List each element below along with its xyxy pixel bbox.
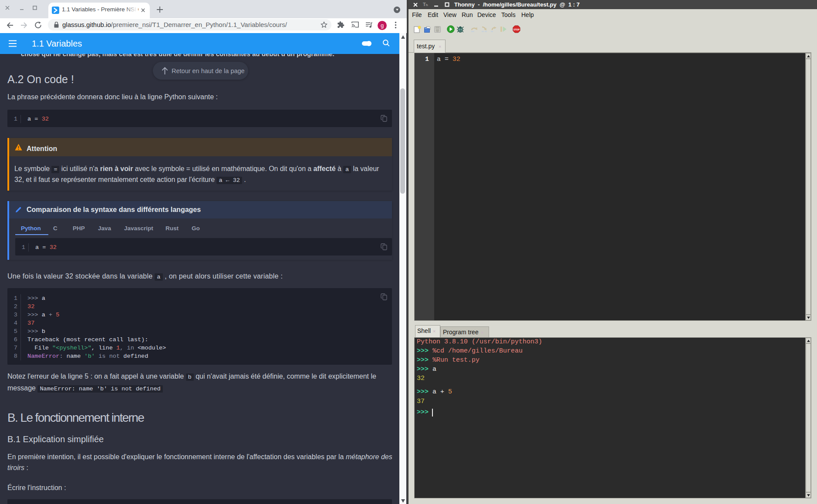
svg-text:STOP: STOP (513, 28, 520, 31)
